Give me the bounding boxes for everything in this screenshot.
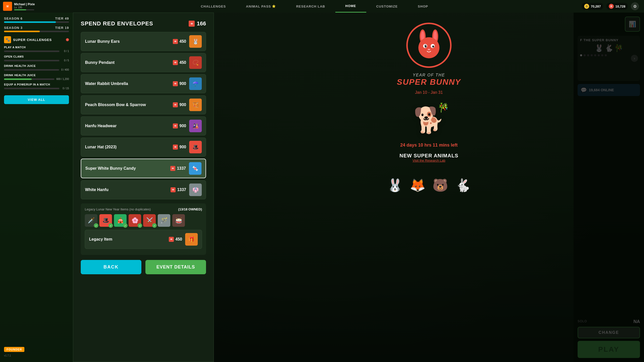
- left-sidebar: SEASON 6 TIER 49 SEASON 3 TIER 19 🐾 SUPE…: [0, 13, 73, 362]
- modal-title: SPEND RED ENVELOPES: [81, 20, 153, 27]
- red-currency[interactable]: R 10,728: [606, 3, 628, 10]
- modal-buttons: BACK EVENT DETAILS: [81, 260, 206, 274]
- event-details-button[interactable]: EVENT DETAILS: [145, 260, 206, 274]
- gold-currency[interactable]: G 70,287: [582, 3, 603, 10]
- bunny-svg: [414, 29, 444, 62]
- legacy-icon-2: 🎩 ✓: [99, 214, 112, 227]
- price-icon: ✉: [170, 166, 175, 171]
- shop-item-water-rabbit[interactable]: Water Rabbit Umbrella ✉ 900 ☂️: [81, 74, 206, 93]
- back-button[interactable]: BACK: [81, 260, 141, 274]
- legacy-icon-1: 🗡️ ✓: [85, 214, 97, 227]
- bunny-logo: [404, 20, 454, 70]
- animal-4: 🐇: [453, 166, 473, 192]
- settings-button[interactable]: ⚙: [631, 2, 639, 10]
- version-text: v1.7.1: [4, 354, 11, 357]
- legacy-item-row[interactable]: Legacy Item ✉ 450 🎁: [85, 230, 202, 249]
- time-remaining: 24 days 10 hrs 11 mins left: [400, 143, 458, 148]
- legacy-icons-row: 🗡️ ✓ 🎩 ✓ 🎪 ✓ 🌸 ✓ ⚔️ ✓: [85, 214, 202, 227]
- price-icon: ✉: [173, 123, 178, 128]
- legacy-item-thumb: 🎁: [185, 233, 198, 246]
- currency-section: G 70,287 R 10,728 ⚙: [574, 2, 644, 10]
- season3-progress-fill: [4, 31, 40, 32]
- new-animals-subtitle: Visit the Research Lab: [221, 159, 636, 162]
- challenge-play-match: PLAY A MATCH 0 / 1: [4, 46, 69, 53]
- bunny-circle: [406, 23, 452, 68]
- avatar: M: [3, 2, 12, 11]
- item-thumb-super-bunny-candy: 🍬: [189, 162, 202, 175]
- legacy-icon-4: 🌸 ✓: [129, 214, 141, 227]
- season3-tier: TIER 19: [55, 26, 69, 30]
- shop-item-hanfu-headwear[interactable]: Hanfu Headwear ✉ 900 🎎: [81, 116, 206, 135]
- item-price-water-rabbit: ✉ 900: [173, 81, 186, 86]
- year-of-text: YEAR OF THE SUPER BUNNY: [397, 73, 461, 87]
- shop-item-super-bunny-candy[interactable]: Super White Bunny Candy ✉ 1337 🍬: [81, 159, 206, 178]
- challenges-icon: 🐾: [4, 36, 11, 43]
- tab-customize[interactable]: CUSTOMIZE: [366, 0, 408, 13]
- season6-progress-fill: [4, 21, 56, 23]
- legacy-item-price: ✉ 450: [169, 237, 182, 242]
- challenges-header: 🐾 SUPER CHALLENGES !: [4, 36, 69, 43]
- user-level: Lv. 195: [14, 6, 35, 9]
- legacy-icon-5: ⚔️ ✓: [143, 214, 156, 227]
- super-bunny-label: SUPER BUNNY: [397, 77, 461, 87]
- challenge-open-clams: OPEN CLAMS 0 / 5: [4, 55, 69, 62]
- envelope-count: ✉ 166: [189, 20, 206, 27]
- user-name: Michael | Pixie: [14, 3, 35, 6]
- shop-item-bunny-pendant[interactable]: Bunny Pendant ✉ 450 📿: [81, 53, 206, 72]
- envelope-number: 166: [197, 20, 206, 27]
- year-of-label: YEAR OF THE: [397, 73, 461, 77]
- red-amount: 10,728: [615, 5, 625, 8]
- bunny-character: 🐕 🎋: [409, 100, 449, 140]
- modal-header: SPEND RED ENVELOPES ✉ 166: [81, 20, 206, 27]
- item-thumb-lunar-hat: 🎩: [189, 141, 202, 153]
- character-item-emoji: 🎋: [438, 102, 449, 113]
- gold-amount: 70,287: [591, 5, 601, 8]
- shop-item-lunar-bunny-ears[interactable]: Lunar Bunny Ears ✉ 450 🐰: [81, 32, 206, 51]
- season3-label: SEASON 3: [4, 26, 23, 30]
- item-thumb-water-rabbit: ☂️: [189, 77, 202, 90]
- item-price-bunny-pendant: ✉ 450: [173, 60, 186, 65]
- red-envelope-icon: R: [609, 4, 614, 9]
- tab-challenges[interactable]: CHALLENGES: [191, 0, 236, 13]
- tab-home[interactable]: HOME: [335, 0, 366, 13]
- tab-shop[interactable]: SHOP: [408, 0, 438, 13]
- challenge-drink-juice-1: DRINK HEALTH JUICE 0 / 400: [4, 64, 69, 71]
- price-icon: ✉: [173, 145, 178, 150]
- view-all-button[interactable]: VIEW ALL: [4, 95, 69, 104]
- animal-3: 🐻: [430, 166, 450, 192]
- legacy-icon-6: 🪄: [158, 214, 170, 227]
- envelope-icon: ✉: [189, 21, 195, 27]
- item-price-hanfu-headwear: ✉ 900: [173, 123, 186, 128]
- legacy-section: Legacy Lunar New Year Items (no duplicat…: [81, 203, 206, 255]
- event-dates: Jan 10 - Jan 31: [415, 90, 443, 95]
- gold-icon: G: [584, 4, 589, 9]
- animal-pass-badge: ⭐: [272, 5, 276, 8]
- tab-animal-pass[interactable]: ANIMAL PASS ⭐: [236, 0, 286, 13]
- season6-progress-bar: [4, 21, 69, 23]
- animal-1: 🐰: [385, 166, 405, 192]
- svg-point-8: [432, 46, 434, 48]
- legacy-owned: (13/18 OWNED): [178, 207, 202, 211]
- price-icon: ✉: [169, 237, 174, 242]
- item-thumb-peach-blossom: 🏹: [189, 99, 202, 111]
- season3-progress-bar: [4, 31, 69, 32]
- shop-item-lunar-hat[interactable]: Lunar Hat (2023) ✉ 900 🎩: [81, 138, 206, 157]
- shop-item-white-hanfu[interactable]: White Hanfu ✉ 1337 👘: [81, 180, 206, 199]
- season6-block: SEASON 6 TIER 49: [4, 17, 69, 23]
- animals-row: 🐰 🦊 🐻 🐇: [221, 166, 636, 192]
- challenges-notification: !: [66, 38, 69, 41]
- season3-block: SEASON 3 TIER 19: [4, 26, 69, 32]
- item-thumb-bunny-pendant: 📿: [189, 56, 202, 69]
- season6-label: SEASON 6: [4, 17, 23, 20]
- challenge-drink-juice-2: DRINK HEALTH JUICE 669 / 1,200: [4, 74, 69, 80]
- xp-fill: [14, 9, 26, 10]
- topbar: M Michael | Pixie Lv. 195 CHALLENGES ANI…: [0, 0, 644, 13]
- user-info: Michael | Pixie Lv. 195: [14, 3, 35, 10]
- shop-item-peach-blossom[interactable]: Peach Blossom Bow & Sparrow ✉ 900 🏹: [81, 95, 206, 114]
- challenges-title: SUPER CHALLENGES: [13, 38, 52, 42]
- item-price-lunar-hat: ✉ 900: [173, 145, 186, 150]
- new-animals-title: NEW SUPER ANIMALS: [221, 153, 636, 159]
- spend-modal: SPEND RED ENVELOPES ✉ 166 Lunar Bunny Ea…: [73, 13, 214, 362]
- price-icon: ✉: [173, 60, 178, 65]
- tab-research-lab[interactable]: RESEARCH LAB: [286, 0, 335, 13]
